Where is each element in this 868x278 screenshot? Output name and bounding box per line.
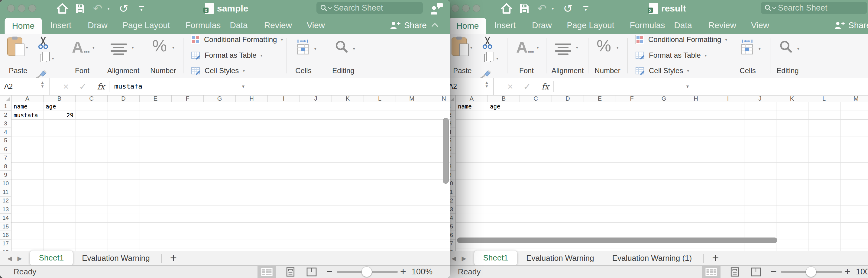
sheet-tab[interactable]: Sheet1 <box>30 250 73 266</box>
column-header[interactable]: M <box>396 95 428 102</box>
home-button[interactable] <box>500 0 513 17</box>
cell-B1[interactable]: age <box>488 102 520 111</box>
column-header[interactable]: F <box>172 95 204 102</box>
editing-button[interactable] <box>335 40 349 55</box>
cells-dropdown-caret[interactable]: ▾ <box>758 47 761 51</box>
normal-view-button[interactable] <box>702 266 720 278</box>
alignment-button[interactable] <box>111 43 127 57</box>
alignment-dropdown-caret[interactable]: ▾ <box>576 45 578 50</box>
column-header[interactable]: B <box>43 95 75 102</box>
sheet-nav-next[interactable]: ▶ <box>17 255 22 262</box>
ribbon-tab-review[interactable]: Review <box>264 17 292 34</box>
format-as-table-button[interactable]: Format as Table ▾ <box>191 50 262 60</box>
copy-dropdown-caret[interactable]: ▾ <box>52 56 54 61</box>
row-header[interactable]: 1 <box>0 102 11 111</box>
ribbon-tab-formulas[interactable]: Formulas <box>186 17 221 34</box>
conditional-formatting-button[interactable]: Conditional Formatting ▾ <box>635 34 727 45</box>
conditional-formatting-caret[interactable]: ▾ <box>725 37 727 42</box>
column-header[interactable]: D <box>552 95 584 102</box>
page-break-view-button[interactable] <box>302 266 321 278</box>
column-header[interactable]: K <box>776 95 808 102</box>
maximize-button[interactable] <box>473 4 480 12</box>
column-header[interactable]: G <box>204 95 236 102</box>
paste-button[interactable] <box>7 37 22 56</box>
ribbon-tab-view[interactable]: View <box>307 17 325 34</box>
sheet-tab[interactable]: Evaluation Warning <box>73 251 159 265</box>
sheet-nav-prev[interactable]: ◀ <box>7 255 12 262</box>
column-header[interactable]: H <box>680 95 712 102</box>
redo-button[interactable]: ↺ <box>561 0 575 17</box>
row-header[interactable]: 5 <box>0 136 11 145</box>
ribbon-tab-formulas[interactable]: Formulas <box>630 17 665 34</box>
conditional-formatting-button[interactable]: Conditional Formatting ▾ <box>191 34 283 45</box>
spreadsheet-grid[interactable]: ABCDEFGHIJKLMN12345678910111213141516171… <box>444 95 868 251</box>
row-header[interactable]: 6 <box>0 145 11 154</box>
column-header[interactable]: K <box>332 95 364 102</box>
row-header[interactable]: 12 <box>0 197 11 205</box>
column-header[interactable]: J <box>744 95 776 102</box>
save-button[interactable] <box>519 0 530 17</box>
column-header[interactable]: A <box>456 95 488 102</box>
sheet-tab[interactable]: Sheet1 <box>474 250 517 266</box>
editing-dropdown-caret[interactable]: ▾ <box>797 47 799 51</box>
column-header[interactable]: E <box>584 95 616 102</box>
undo-button[interactable]: ↶ <box>91 0 104 17</box>
cut-button[interactable] <box>482 36 493 51</box>
sheet-nav-prev[interactable]: ◀ <box>452 255 456 262</box>
column-header[interactable]: I <box>712 95 744 102</box>
column-headers[interactable]: ABCDEFGHIJKLMN <box>0 95 450 102</box>
paste-dropdown-caret[interactable]: ▾ <box>26 45 28 50</box>
column-header[interactable]: E <box>140 95 172 102</box>
cell-B1[interactable]: age <box>43 102 75 111</box>
number-dropdown-caret[interactable]: ▾ <box>617 45 619 50</box>
titlebar[interactable]: ↶ ▾ ↺ ▾ x result Search Sheet <box>444 0 868 17</box>
column-header[interactable]: F <box>616 95 648 102</box>
font-dropdown-caret[interactable]: ▾ <box>537 45 539 50</box>
column-header[interactable]: A <box>11 95 43 102</box>
add-sheet-button[interactable]: + <box>712 252 719 265</box>
copy-button[interactable] <box>484 54 491 62</box>
ribbon-tab-review[interactable]: Review <box>708 17 736 34</box>
copy-dropdown-caret[interactable]: ▾ <box>496 56 498 61</box>
cells-button[interactable] <box>740 38 754 57</box>
cell-styles-caret[interactable]: ▾ <box>687 69 689 73</box>
row-header[interactable]: 10 <box>0 180 11 188</box>
format-as-table-caret[interactable]: ▾ <box>260 53 262 58</box>
search-scope-caret[interactable] <box>772 5 776 9</box>
save-button[interactable] <box>74 0 86 17</box>
number-dropdown-caret[interactable]: ▾ <box>172 45 175 50</box>
share-button[interactable]: Share <box>389 17 427 34</box>
formula-bar-expand-caret[interactable]: ▼ <box>685 78 690 95</box>
toolbar-more-button[interactable]: ▾ <box>136 0 146 17</box>
add-sheet-button[interactable]: + <box>170 252 177 265</box>
column-header[interactable]: D <box>107 95 140 102</box>
column-header[interactable]: J <box>300 95 332 102</box>
row-header[interactable]: 16 <box>0 231 11 239</box>
row-header[interactable]: 8 <box>0 162 11 171</box>
column-header[interactable]: I <box>268 95 300 102</box>
row-header[interactable]: 9 <box>0 171 11 179</box>
toolbar-more-button[interactable]: ▾ <box>581 0 591 17</box>
row-header[interactable]: 14 <box>0 214 11 222</box>
vertical-scrollbar-thumb[interactable] <box>443 118 449 184</box>
zoom-out-button[interactable]: − <box>327 266 333 278</box>
page-layout-view-button[interactable] <box>725 266 744 278</box>
contact-support-icon[interactable] <box>430 2 444 16</box>
copy-button[interactable] <box>40 54 46 62</box>
horizontal-scrollbar-thumb[interactable] <box>457 238 777 243</box>
cell-styles-caret[interactable]: ▾ <box>243 69 245 73</box>
cells-button[interactable] <box>296 38 310 57</box>
ribbon-tab-insert[interactable]: Insert <box>50 17 71 34</box>
minimize-button[interactable] <box>18 4 25 12</box>
ribbon-tab-home[interactable]: Home <box>449 18 486 34</box>
paste-dropdown-caret[interactable]: ▾ <box>470 45 472 50</box>
row-header[interactable]: 7 <box>0 154 11 162</box>
collapse-ribbon-chevron[interactable] <box>432 23 438 30</box>
page-break-view-button[interactable] <box>746 266 765 278</box>
editing-button[interactable] <box>779 40 793 55</box>
select-all-corner[interactable] <box>0 95 11 102</box>
number-format-button[interactable]: % <box>152 37 167 54</box>
search-sheet-input[interactable]: Search Sheet <box>761 2 867 14</box>
ribbon-tab-draw[interactable]: Draw <box>88 17 107 34</box>
row-header[interactable]: 18 <box>0 248 11 251</box>
